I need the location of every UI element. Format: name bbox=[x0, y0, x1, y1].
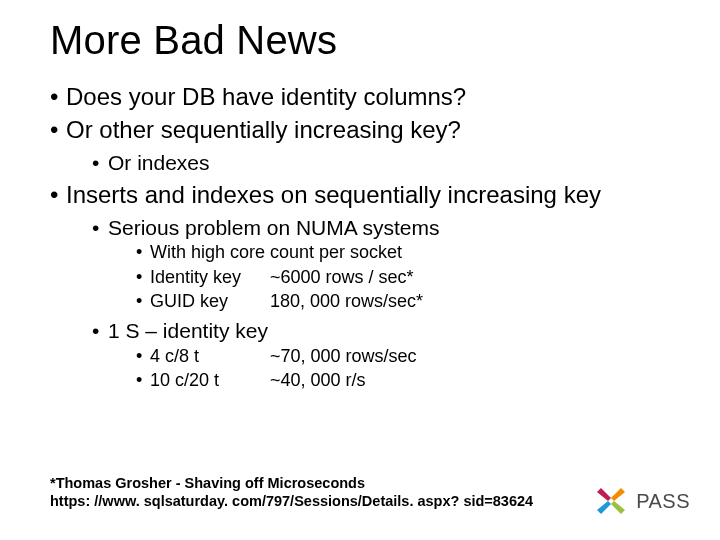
kv-key: Identity key bbox=[150, 266, 270, 289]
kv-val: ~6000 rows / sec* bbox=[270, 266, 670, 289]
bullet-item: Inserts and indexes on sequentially incr… bbox=[50, 179, 670, 393]
pass-mark-icon bbox=[594, 484, 628, 518]
bullet-sub-sub-item: 10 c/20 t ~40, 000 r/s bbox=[136, 369, 670, 392]
footnote: *Thomas Grosher - Shaving off Microsecon… bbox=[50, 474, 533, 510]
kv-key: GUID key bbox=[150, 290, 270, 313]
kv-key: 10 c/20 t bbox=[150, 369, 270, 392]
kv-val: ~40, 000 r/s bbox=[270, 369, 670, 392]
pass-logo: PASS bbox=[594, 484, 690, 518]
slide-body: More Bad News Does your DB have identity… bbox=[0, 0, 720, 392]
logo-text: PASS bbox=[636, 490, 690, 513]
kv-key: 4 c/8 t bbox=[150, 345, 270, 368]
bullet-sub-sub-item: 4 c/8 t ~70, 000 rows/sec bbox=[136, 345, 670, 368]
slide-title: More Bad News bbox=[50, 18, 670, 63]
bullet-text: 1 S – identity key bbox=[108, 319, 268, 342]
kv-val: ~70, 000 rows/sec bbox=[270, 345, 670, 368]
bullet-text: Inserts and indexes on sequentially incr… bbox=[66, 181, 601, 208]
bullet-sub-sub-item: With high core count per socket bbox=[136, 241, 670, 264]
kv-val: 180, 000 rows/sec* bbox=[270, 290, 670, 313]
bullet-text: Serious problem on NUMA systems bbox=[108, 216, 439, 239]
bullet-item: Or other sequentially increasing key? Or… bbox=[50, 114, 670, 176]
bullet-sub-sub-item: GUID key 180, 000 rows/sec* bbox=[136, 290, 670, 313]
footnote-line: https: //www. sqlsaturday. com/797/Sessi… bbox=[50, 492, 533, 510]
bullet-list: Does your DB have identity columns? Or o… bbox=[50, 81, 670, 392]
bullet-sub-item: Or indexes bbox=[92, 149, 670, 176]
footnote-line: *Thomas Grosher - Shaving off Microsecon… bbox=[50, 474, 533, 492]
bullet-text: Or other sequentially increasing key? bbox=[66, 116, 461, 143]
bullet-item: Does your DB have identity columns? bbox=[50, 81, 670, 112]
bullet-sub-item: Serious problem on NUMA systems With hig… bbox=[92, 214, 670, 313]
bullet-sub-sub-item: Identity key ~6000 rows / sec* bbox=[136, 266, 670, 289]
bullet-sub-item: 1 S – identity key 4 c/8 t ~70, 000 rows… bbox=[92, 317, 670, 392]
